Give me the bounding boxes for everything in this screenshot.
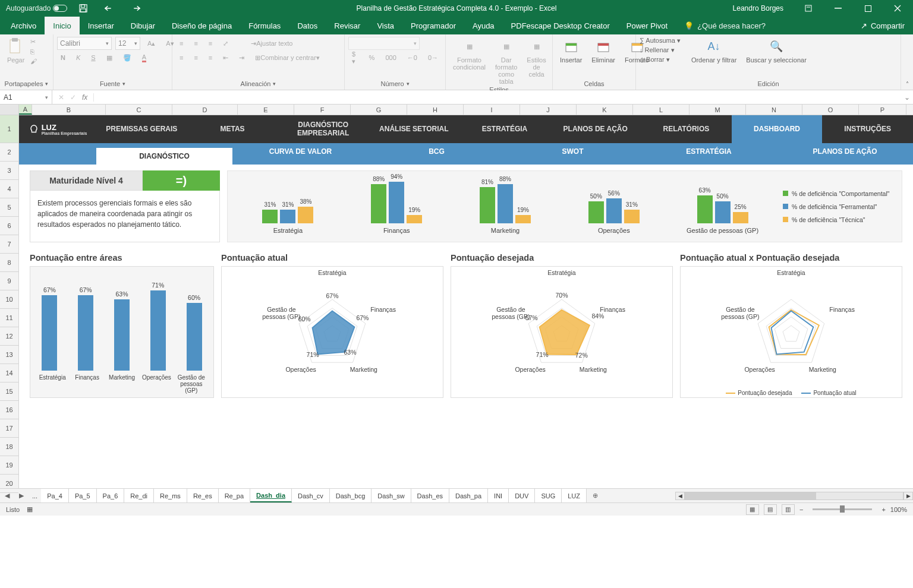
delete-button[interactable]: Eliminar <box>588 37 619 65</box>
increase-font-icon[interactable]: A▴ <box>144 37 159 50</box>
insert-button[interactable]: Insertar <box>556 37 585 65</box>
row-header[interactable]: 10 <box>0 290 18 309</box>
paste-button[interactable]: Pegar <box>4 37 28 65</box>
find-select-button[interactable]: 🔍Buscar y seleccionar <box>742 37 810 65</box>
clear-button[interactable]: ◇ Borrar ▾ <box>640 56 681 64</box>
name-box[interactable]: A1▾ <box>0 90 52 104</box>
column-header[interactable]: B <box>32 105 106 115</box>
column-header[interactable]: P <box>859 105 906 115</box>
sheet-tab[interactable]: DUV <box>509 489 535 502</box>
ribbon-options-icon[interactable] <box>795 0 821 17</box>
cut-icon[interactable]: ✂ <box>30 38 37 46</box>
autosave-toggle[interactable]: Autoguardado <box>6 4 67 12</box>
row-header[interactable]: 20 <box>0 475 18 493</box>
row-header[interactable]: 13 <box>0 346 18 364</box>
increase-decimal-icon[interactable]: ←0 <box>404 51 421 64</box>
dashboard-subtab[interactable]: PLANOS DE AÇÃO <box>777 143 913 160</box>
column-header[interactable]: J <box>520 105 577 115</box>
align-bottom-icon[interactable]: ≡ <box>205 37 216 50</box>
sheet-tab[interactable]: Dash_dia <box>250 489 292 502</box>
sheet-tab[interactable]: Dash_pa <box>449 489 488 502</box>
cancel-formula-icon[interactable]: ✕ <box>58 93 64 102</box>
increase-indent-icon[interactable]: ⇥ <box>235 51 248 64</box>
row-header[interactable]: 15 <box>0 382 18 401</box>
row-header[interactable]: 16 <box>0 401 18 419</box>
menu-tab-datos[interactable]: Datos <box>289 17 326 34</box>
sheet-tab[interactable]: Re_es <box>187 489 219 502</box>
menu-tab-diseño-de-página[interactable]: Diseño de página <box>163 17 240 34</box>
copy-icon[interactable]: ⎘ <box>30 48 37 55</box>
dashboard-subtab[interactable]: ESTRATÉGIA <box>641 143 777 160</box>
italic-icon[interactable]: K <box>73 51 84 64</box>
share-button[interactable]: ↗Compartir <box>852 17 913 34</box>
merge-button[interactable]: ⊞ Combinar y centrar ▾ <box>251 51 323 64</box>
tell-me-search[interactable]: 💡¿Qué desea hacer? <box>684 17 766 34</box>
fx-icon[interactable]: fx <box>82 93 87 102</box>
conditional-format-button[interactable]: ▦Formato condicional <box>449 37 489 72</box>
orientation-icon[interactable]: ⤢ <box>219 37 232 50</box>
row-header[interactable]: 1 <box>0 115 18 143</box>
decrease-indent-icon[interactable]: ⇤ <box>219 51 232 64</box>
dashboard-subtab[interactable]: BCG <box>369 143 505 160</box>
row-header[interactable]: 19 <box>0 456 18 475</box>
align-middle-icon[interactable]: ≡ <box>190 37 201 50</box>
sheet-tab[interactable]: Pa_4 <box>41 489 69 502</box>
menu-tab-inicio[interactable]: Inicio <box>45 17 79 34</box>
dashboard-tab[interactable]: PREMISSAS GERAIS <box>96 115 187 143</box>
row-header[interactable]: 11 <box>0 309 18 327</box>
minimize-icon[interactable] <box>825 0 851 17</box>
column-header[interactable]: H <box>407 105 464 115</box>
column-header[interactable]: K <box>577 105 633 115</box>
row-header[interactable]: 5 <box>0 198 18 217</box>
row-header[interactable]: 3 <box>0 162 18 180</box>
redo-icon[interactable] <box>125 0 146 17</box>
add-sheet-icon[interactable]: ⊕ <box>587 492 604 500</box>
close-icon[interactable] <box>884 0 911 17</box>
zoom-in-icon[interactable]: + <box>881 506 885 513</box>
sort-filter-button[interactable]: A↓Ordenar y filtrar <box>688 37 740 65</box>
zoom-level[interactable]: 100% <box>890 506 907 513</box>
menu-tab-dibujar[interactable]: Dibujar <box>122 17 163 34</box>
page-break-view-icon[interactable]: ▥ <box>782 504 795 515</box>
border-icon[interactable]: ▦ <box>103 51 116 64</box>
column-header[interactable]: F <box>294 105 351 115</box>
underline-icon[interactable]: S <box>87 51 99 64</box>
sheet-tab[interactable]: Re_pa <box>219 489 250 502</box>
sheet-tab[interactable]: SUG <box>535 489 562 502</box>
fill-button[interactable]: ↓ Rellenar ▾ <box>640 46 681 54</box>
percent-icon[interactable]: % <box>366 51 379 64</box>
dashboard-tab[interactable]: RELATÓRIOS <box>641 115 732 143</box>
enter-formula-icon[interactable]: ✓ <box>70 93 76 102</box>
collapse-ribbon-icon[interactable]: ˄ <box>906 81 909 87</box>
column-header[interactable]: E <box>238 105 294 115</box>
column-header[interactable]: D <box>172 105 238 115</box>
row-header[interactable]: 7 <box>0 235 18 254</box>
save-icon[interactable] <box>73 0 93 17</box>
sheet-tab[interactable]: INI <box>488 489 509 502</box>
expand-formula-icon[interactable]: ⌄ <box>901 93 913 102</box>
align-right-icon[interactable]: ≡ <box>205 51 216 64</box>
row-header[interactable]: 8 <box>0 254 18 272</box>
menu-tab-pdfescape-desktop-creator[interactable]: PDFescape Desktop Creator <box>503 17 618 34</box>
decrease-decimal-icon[interactable]: 0→ <box>424 51 442 64</box>
sheet-tab[interactable]: Dash_es <box>411 489 449 502</box>
zoom-out-icon[interactable]: − <box>799 506 803 513</box>
column-header[interactable]: O <box>802 105 859 115</box>
menu-tab-vista[interactable]: Vista <box>369 17 402 34</box>
column-header[interactable]: L <box>633 105 690 115</box>
sheet-tab[interactable]: LUZ <box>562 489 587 502</box>
dashboard-subtab[interactable]: DIAGNÓSTICO <box>96 148 232 165</box>
dashboard-subtab[interactable]: SWOT <box>505 143 641 160</box>
dashboard-subtab[interactable]: CURVA DE VALOR <box>232 143 369 160</box>
formula-input[interactable] <box>94 90 901 104</box>
page-layout-view-icon[interactable]: ▤ <box>764 504 777 515</box>
row-header[interactable]: 4 <box>0 180 18 198</box>
align-left-icon[interactable]: ≡ <box>176 51 187 64</box>
menu-tab-fórmulas[interactable]: Fórmulas <box>240 17 289 34</box>
align-center-icon[interactable]: ≡ <box>190 51 201 64</box>
font-color-icon[interactable]: A <box>138 51 150 64</box>
zoom-slider[interactable] <box>813 508 872 510</box>
menu-tab-archivo[interactable]: Archivo <box>2 17 45 34</box>
tabs-next-icon[interactable]: ▶ <box>14 492 29 500</box>
column-header[interactable]: I <box>464 105 520 115</box>
